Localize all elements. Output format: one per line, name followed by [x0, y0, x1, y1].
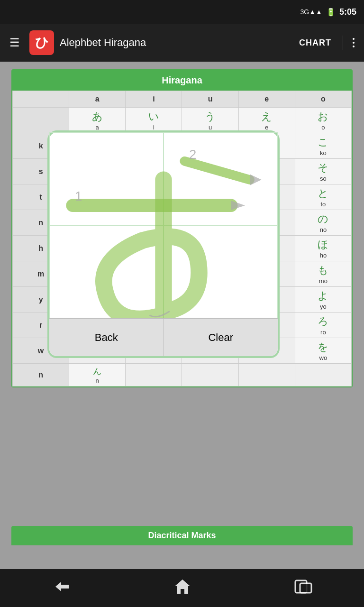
recents-nav-icon[interactable]	[294, 579, 312, 597]
menu-icon[interactable]: ☰	[6, 32, 24, 53]
back-nav-icon[interactable]	[52, 580, 71, 597]
diacritical-marks-bar[interactable]: Diacritical Marks	[11, 526, 353, 545]
cell-ho[interactable]: ほho	[295, 236, 351, 261]
row-header-vowel	[13, 108, 69, 133]
home-nav-icon[interactable]	[174, 579, 191, 598]
main-content: Hiragana a i u e o あa いi うu	[0, 62, 364, 583]
cell-mo[interactable]: もmo	[295, 261, 351, 287]
table-row: あa いi うu えe おo	[13, 108, 352, 133]
col-header-i: i	[126, 91, 182, 108]
battery-icon: 🔋	[326, 8, 336, 17]
app-logo: ひ	[29, 30, 54, 55]
more-options-icon[interactable]	[349, 34, 358, 51]
cell-o[interactable]: おo	[295, 108, 351, 133]
chart-title: Hiragana	[12, 70, 352, 91]
cell-ko[interactable]: こko	[295, 133, 351, 159]
clear-button[interactable]: Clear	[164, 318, 278, 356]
cell-wo[interactable]: をwo	[295, 338, 351, 364]
cell-ro[interactable]: ろro	[295, 313, 351, 338]
divider	[343, 36, 343, 50]
stroke-grid: 1 2	[49, 132, 278, 318]
app-title: Alephbet Hiragana	[60, 37, 288, 49]
stroke-buttons: Back Clear	[49, 318, 278, 356]
stroke-order-overlay: 1 2 Back Clear	[47, 130, 280, 358]
svg-marker-1	[231, 201, 246, 210]
signal-icon: 3G▲▲	[300, 8, 322, 16]
cell-n[interactable]: んn	[69, 364, 126, 386]
svg-line-3	[184, 161, 250, 180]
time-display: 5:05	[339, 7, 356, 17]
col-header-e: e	[238, 91, 295, 108]
svg-marker-4	[250, 174, 262, 185]
app-bar: ☰ ひ Alephbet Hiragana CHART	[0, 24, 364, 62]
cell-yo[interactable]: よyo	[295, 287, 351, 313]
col-header-empty	[13, 91, 69, 108]
stroke-canvas: 1 2	[49, 132, 278, 318]
back-button[interactable]: Back	[49, 318, 164, 356]
svg-text:2: 2	[189, 147, 196, 162]
cell-a[interactable]: あa	[69, 108, 126, 133]
svg-rect-7	[300, 583, 311, 593]
col-header-u: u	[182, 91, 238, 108]
table-row: n んn	[13, 364, 352, 386]
status-bar: 3G▲▲ 🔋 5:05	[0, 0, 364, 24]
svg-text:1: 1	[75, 189, 82, 203]
cell-no[interactable]: のno	[295, 210, 351, 236]
col-header-o: o	[295, 91, 351, 108]
cell-u[interactable]: うu	[182, 108, 238, 133]
cell-i[interactable]: いi	[126, 108, 182, 133]
col-header-a: a	[69, 91, 126, 108]
cell-e[interactable]: えe	[238, 108, 295, 133]
nav-bar	[0, 569, 364, 607]
cell-to[interactable]: とto	[295, 184, 351, 210]
cell-so[interactable]: そso	[295, 159, 351, 184]
diacritical-label: Diacritical Marks	[148, 531, 216, 540]
row-header-n2: n	[13, 364, 69, 386]
chart-button[interactable]: CHART	[293, 34, 337, 52]
